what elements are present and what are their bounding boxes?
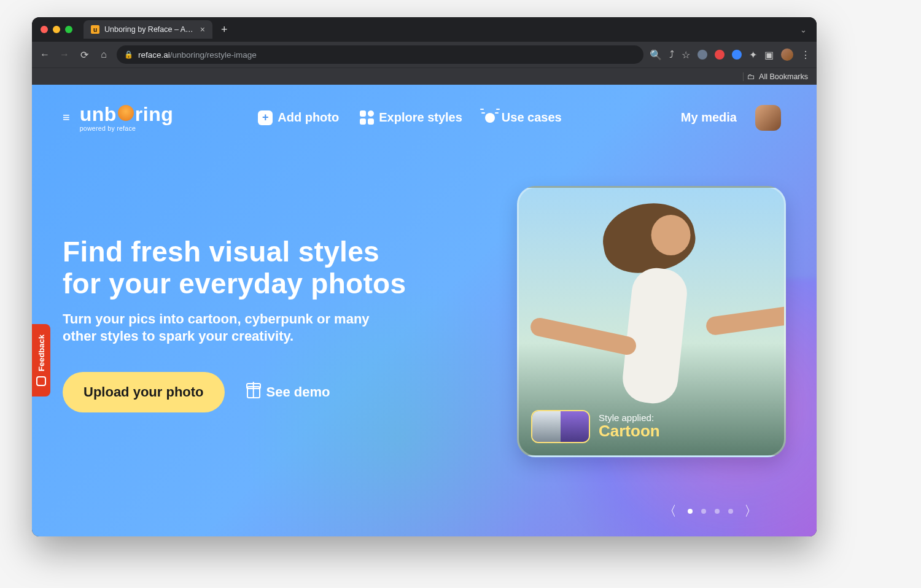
minimize-window-button[interactable]: [53, 26, 60, 33]
bookmark-star-icon[interactable]: ☆: [682, 49, 690, 61]
main-nav: + Add photo Explore styles Use cases: [258, 110, 561, 125]
logo[interactable]: unb ring powered by reface: [80, 103, 174, 132]
nav-label: Explore styles: [379, 110, 462, 125]
share-icon[interactable]: ⤴: [669, 49, 674, 60]
all-bookmarks-link[interactable]: All Bookmarks: [759, 72, 808, 81]
window-controls: [38, 26, 79, 33]
forward-button[interactable]: →: [58, 49, 71, 60]
carousel-dots: [688, 509, 733, 514]
nav-add-photo[interactable]: + Add photo: [258, 110, 339, 125]
maximize-window-button[interactable]: [65, 26, 72, 33]
address-bar[interactable]: 🔒 reface.ai/unboring/restyle-image: [117, 45, 643, 64]
folder-icon: 🗀: [747, 72, 755, 81]
see-demo-label: See demo: [266, 384, 330, 400]
thumbnail-original: [532, 411, 561, 442]
tabs-overflow-icon[interactable]: ⌄: [800, 25, 810, 34]
browser-toolbar: ← → ⟳ ⌂ 🔒 reface.ai/unboring/restyle-ima…: [32, 42, 817, 68]
sidepanel-icon[interactable]: ▣: [764, 49, 774, 61]
extension-icon[interactable]: [715, 50, 725, 60]
hamburger-menu-icon[interactable]: ≡: [63, 110, 69, 125]
kebab-menu-icon[interactable]: ⋮: [801, 49, 810, 61]
style-name: Cartoon: [599, 422, 660, 441]
back-button[interactable]: ←: [38, 49, 52, 60]
browser-tab[interactable]: u Unboring by Reface – AI Photo ×: [84, 20, 212, 39]
feedback-tab[interactable]: Feedback: [32, 324, 50, 397]
reload-button[interactable]: ⟳: [77, 49, 91, 61]
gift-icon: [247, 386, 260, 398]
user-avatar[interactable]: [755, 105, 781, 131]
carousel-dot[interactable]: [701, 509, 706, 514]
carousel-dot[interactable]: [715, 509, 720, 514]
feedback-face-icon: [36, 376, 46, 386]
style-chip: Style applied: Cartoon: [531, 410, 660, 443]
style-applied-label: Style applied:: [599, 412, 660, 423]
hero-title: Find fresh visual styles for your everyd…: [63, 236, 425, 300]
tab-favicon: u: [91, 25, 99, 34]
carousel-prev-icon[interactable]: 〈: [663, 502, 677, 520]
pumpkin-icon: [118, 105, 134, 121]
nav-label: Add photo: [278, 110, 339, 125]
tab-bar: u Unboring by Reface – AI Photo × + ⌄: [32, 17, 817, 42]
url-path: /unboring/restyle-image: [170, 50, 257, 60]
tab-title: Unboring by Reface – AI Photo: [104, 25, 195, 34]
carousel-dot[interactable]: [728, 509, 733, 514]
nav-label: Use cases: [502, 110, 562, 125]
header-right: My media: [681, 105, 781, 131]
upload-photo-button[interactable]: Upload your photo: [63, 372, 225, 412]
plus-icon: +: [258, 110, 273, 125]
url-domain: reface.ai: [138, 50, 170, 60]
hero: Find fresh visual styles for your everyd…: [32, 132, 425, 412]
logo-text-left: unb: [80, 103, 117, 126]
thumbnail-styled: [561, 411, 589, 442]
close-tab-icon[interactable]: ×: [200, 25, 205, 34]
lightbulb-icon: [483, 111, 497, 125]
nav-use-cases[interactable]: Use cases: [483, 110, 562, 125]
page-content: Feedback ≡ unb ring powered by reface + …: [32, 85, 817, 536]
cta-row: Upload your photo See demo: [63, 372, 425, 412]
extension-icon[interactable]: [732, 50, 742, 60]
bookmarks-bar: 🗀 All Bookmarks: [32, 68, 817, 85]
extensions-puzzle-icon[interactable]: ✦: [749, 49, 757, 61]
hero-subtitle: Turn your pics into cartoon, cyberpunk o…: [63, 311, 406, 345]
home-button[interactable]: ⌂: [97, 49, 111, 60]
close-window-button[interactable]: [41, 26, 48, 33]
toolbar-actions: 🔍 ⤴ ☆ ✦ ▣ ⋮: [650, 48, 810, 61]
browser-window: u Unboring by Reface – AI Photo × + ⌄ ← …: [32, 17, 817, 536]
style-thumbnails[interactable]: [531, 410, 590, 443]
zoom-icon[interactable]: 🔍: [650, 49, 662, 61]
feedback-label: Feedback: [37, 335, 46, 371]
showcase-card: Style applied: Cartoon: [517, 186, 786, 457]
grid-icon: [360, 110, 374, 125]
carousel-dot[interactable]: [688, 509, 693, 514]
extension-icon[interactable]: [698, 50, 707, 60]
carousel-controls: 〈 〉: [663, 502, 758, 520]
site-header: ≡ unb ring powered by reface + Add photo…: [32, 85, 817, 132]
logo-subtitle: powered by reface: [80, 125, 174, 132]
see-demo-link[interactable]: See demo: [247, 384, 330, 400]
lock-icon: 🔒: [124, 50, 133, 59]
carousel-next-icon[interactable]: 〉: [744, 502, 758, 520]
profile-avatar[interactable]: [781, 48, 793, 61]
new-tab-button[interactable]: +: [217, 23, 231, 36]
my-media-link[interactable]: My media: [681, 110, 737, 125]
logo-text-right: ring: [135, 103, 173, 126]
nav-explore-styles[interactable]: Explore styles: [360, 110, 462, 125]
